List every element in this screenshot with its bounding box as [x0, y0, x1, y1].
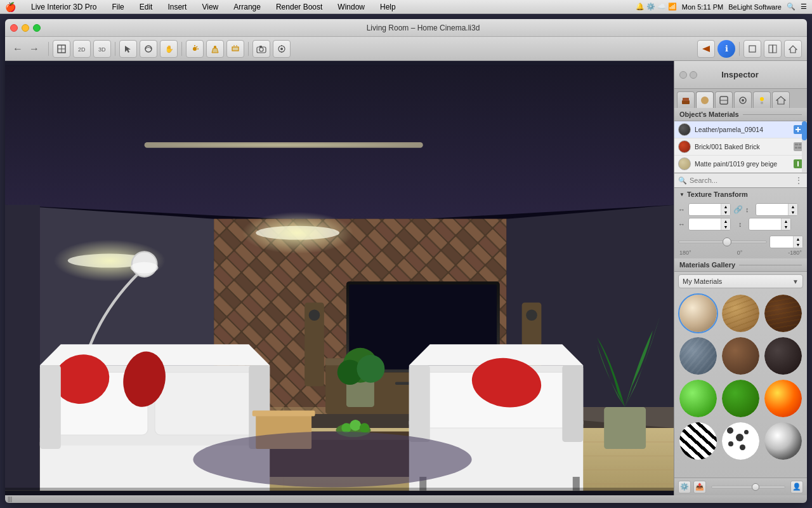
minimize-button[interactable] [22, 24, 29, 32]
spot-light-tool[interactable] [206, 40, 224, 58]
gallery-item-stone[interactable] [678, 336, 718, 376]
render-button[interactable] [697, 40, 715, 58]
gallery-item-green-bright[interactable] [678, 378, 718, 418]
gallery-size-thumb[interactable] [752, 483, 759, 491]
menu-render[interactable]: Render Boost [273, 2, 325, 12]
inspector-close-btn[interactable] [679, 71, 687, 79]
rotation-up[interactable]: ▲ [794, 236, 802, 242]
menu-view[interactable]: View [199, 2, 221, 12]
pan-tool[interactable]: ✋ [160, 40, 178, 58]
menubar-search-icon[interactable]: 🔍 [787, 3, 796, 11]
gallery-item-wood-brown[interactable] [721, 336, 761, 376]
offset-x-stepper[interactable]: ▲ ▼ [721, 218, 730, 230]
gallery-item-wood-dark[interactable] [763, 293, 803, 333]
point-light-tool[interactable] [186, 40, 204, 58]
offset-y-input-group[interactable]: 0.00 ▲ ▼ [749, 218, 791, 231]
rotation-stepper[interactable]: ▲ ▼ [793, 236, 802, 248]
gallery-export-btn[interactable]: 📤 [693, 481, 706, 493]
offset-y-down[interactable]: ▼ [782, 224, 790, 230]
offset-y-input[interactable]: 0.00 [749, 220, 781, 228]
rotation-thumb[interactable] [723, 237, 731, 246]
scale-x-input-group[interactable]: 2.56 ▲ ▼ [688, 203, 731, 216]
tab-plugin[interactable] [734, 91, 752, 108]
offset-x-up[interactable]: ▲ [721, 218, 730, 224]
tab-light[interactable] [753, 91, 771, 108]
svg-rect-88 [40, 365, 61, 449]
menu-dots-icon[interactable]: ⋮ [794, 175, 803, 185]
link-icon[interactable]: 🔗 [733, 205, 743, 214]
material-search-input[interactable] [690, 177, 792, 184]
menubar-list-icon[interactable]: ☰ [801, 3, 807, 11]
offset-x-input[interactable]: 0.00 [689, 220, 721, 228]
rotation-slider[interactable] [678, 237, 767, 247]
menu-help[interactable]: Help [377, 2, 398, 12]
menu-insert[interactable]: Insert [165, 2, 189, 12]
rotation-down[interactable]: ▼ [794, 242, 802, 248]
gallery-item-chrome[interactable] [763, 421, 803, 461]
offset-y-stepper[interactable]: ▲ ▼ [781, 218, 790, 230]
gallery-item-fire[interactable] [763, 378, 803, 418]
texture-transform-header[interactable]: ▼ Texture Transform [674, 188, 807, 201]
scale-x-down[interactable]: ▼ [721, 210, 730, 215]
area-light-tool[interactable] [226, 40, 244, 58]
tab-material[interactable] [715, 91, 733, 108]
material-item-leather[interactable]: Leather/pamela_09014 [674, 121, 807, 138]
menu-file[interactable]: File [109, 2, 126, 12]
2d-view-button[interactable]: 2D [73, 40, 91, 58]
scale-y-stepper[interactable]: ▲ ▼ [788, 204, 797, 215]
inspector-min-btn[interactable] [690, 71, 697, 79]
screenshot-tool[interactable] [273, 40, 291, 58]
gallery-item-green-dark[interactable] [721, 378, 761, 418]
view-split-btn[interactable] [764, 40, 782, 58]
materials-scrollbar[interactable] [802, 121, 807, 173]
materials-list[interactable]: Leather/pamela_09014 Brick/001 Baked Bri… [674, 121, 807, 173]
gallery-settings-btn[interactable]: ⚙️ [678, 481, 691, 493]
scale-y-up[interactable]: ▲ [789, 204, 797, 210]
maximize-button[interactable] [33, 24, 41, 32]
gallery-size-slider[interactable] [711, 486, 785, 488]
viewport-scrollbar[interactable] [5, 488, 674, 495]
home-btn[interactable] [784, 40, 802, 58]
rotation-input[interactable]: 0° [770, 238, 793, 246]
viewport[interactable] [5, 61, 674, 495]
gallery-item-zebra[interactable] [678, 421, 718, 461]
material-search-bar[interactable]: 🔍 ⋮ [674, 173, 807, 188]
offset-y-up[interactable]: ▲ [782, 218, 790, 224]
scale-x-input[interactable]: 2.56 [689, 206, 721, 213]
orbit-tool[interactable] [140, 40, 157, 58]
tab-house[interactable] [772, 91, 790, 108]
scrollbar-thumb[interactable] [802, 121, 807, 140]
scale-y-input[interactable]: 2.56 [756, 206, 788, 213]
menu-edit[interactable]: Edit [137, 2, 155, 12]
back-button[interactable]: ← [10, 41, 25, 57]
view-3d-btn[interactable] [743, 40, 761, 58]
gallery-item-dalmatian[interactable] [721, 421, 761, 461]
floor-plan-button[interactable] [53, 40, 70, 58]
tab-furniture[interactable] [677, 91, 695, 108]
scale-y-down[interactable]: ▼ [789, 210, 797, 215]
offset-x-down[interactable]: ▼ [721, 224, 730, 230]
scale-y-input-group[interactable]: 2.56 ▲ ▼ [756, 203, 798, 216]
offset-x-input-group[interactable]: 0.00 ▲ ▼ [688, 218, 731, 231]
menu-app[interactable]: Live Interior 3D Pro [29, 2, 99, 12]
3d-view-button[interactable]: 3D [93, 40, 111, 58]
tab-sphere[interactable] [696, 91, 714, 108]
gallery-item-cream[interactable] [678, 293, 718, 333]
scale-x-up[interactable]: ▲ [721, 204, 730, 210]
scale-x-stepper[interactable]: ▲ ▼ [721, 204, 730, 215]
rotation-input-group[interactable]: 0° ▲ ▼ [769, 236, 803, 248]
material-item-brick[interactable]: Brick/001 Baked Brick [674, 138, 807, 156]
forward-button[interactable]: → [27, 41, 42, 57]
camera-tool[interactable] [252, 40, 270, 58]
gallery-item-dark[interactable] [763, 336, 803, 376]
material-item-matte[interactable]: Matte paint/1019 grey beige [674, 156, 807, 173]
cursor-tool[interactable] [119, 40, 137, 58]
apple-menu-icon[interactable]: 🍎 [5, 2, 16, 12]
menu-arrange[interactable]: Arrange [231, 2, 263, 12]
gallery-item-wood-light[interactable] [721, 293, 761, 333]
info-button[interactable]: ℹ [717, 40, 735, 58]
close-button[interactable] [10, 24, 18, 32]
gallery-user-btn[interactable]: 👤 [790, 481, 803, 493]
gallery-dropdown[interactable]: My Materials ▼ [678, 274, 803, 288]
menu-window[interactable]: Window [335, 2, 367, 12]
